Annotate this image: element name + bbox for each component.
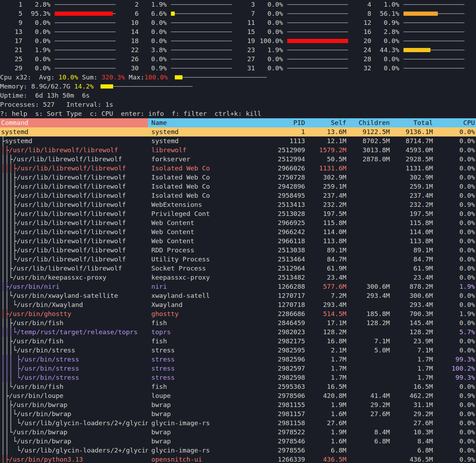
column-header-children[interactable]: Children bbox=[346, 118, 390, 127]
cpu-core-27: 270.0% bbox=[233, 55, 349, 64]
pid-cell: 2966242 bbox=[231, 227, 305, 237]
column-header-cpu[interactable]: CPU bbox=[433, 118, 476, 127]
cpu-percent-cell: 0.0% bbox=[433, 146, 476, 155]
process-row-2982597[interactable]: │││ ├/usr/bin/stressstress29825971.7M1.7… bbox=[0, 364, 476, 373]
self-memory-cell: 1.6M bbox=[305, 409, 346, 419]
total-memory-cell: 31.1M bbox=[390, 400, 433, 409]
children-memory-cell: 5.0M bbox=[346, 346, 390, 355]
total-memory-cell: 1.7M bbox=[390, 355, 433, 364]
cpu-core-bar bbox=[55, 45, 116, 55]
process-row-2978506[interactable]: │├/usr/bin/loupeloupe2978506420.8M41.4M4… bbox=[0, 391, 476, 400]
self-memory-cell: 514.5M bbox=[305, 309, 346, 318]
cpu-core-percent: 0.0% bbox=[139, 18, 167, 27]
process-row-2513464[interactable]: │││└/usr/lib/librewolf/librewolfUtility … bbox=[0, 255, 476, 264]
cpu-core-percent: 0.0% bbox=[371, 36, 399, 45]
cpu-percent-cell: 0.0% bbox=[433, 155, 476, 164]
process-row-1270718[interactable]: ││ └/usr/bin/XwaylandXwayland1270718293.… bbox=[0, 300, 476, 309]
name-cell: Xwayland bbox=[148, 300, 231, 309]
command-cell: │││├/usr/lib/librewolf/librewolf bbox=[0, 227, 148, 237]
self-memory-cell: 420.8M bbox=[305, 391, 346, 400]
column-header-self[interactable]: Self bbox=[305, 118, 346, 127]
tree-branch-lines: │├ bbox=[1, 309, 9, 318]
cpu-percent-cell: 0.0% bbox=[433, 264, 476, 273]
process-row-1113[interactable]: ├systemdsystemd111312.1M8702.5M8714.7M0.… bbox=[0, 136, 476, 146]
process-row-2982023[interactable]: │││└/temp/rust/target/release/toprstoprs… bbox=[0, 328, 476, 337]
self-memory-cell: 232.2M bbox=[305, 200, 346, 209]
process-row-2513482[interactable]: ││└/usr/bin/keepassxc-proxykeepassxc-pro… bbox=[0, 273, 476, 282]
pid-cell: 2978506 bbox=[231, 391, 305, 400]
total-memory-cell: 9136.1M bbox=[390, 127, 433, 136]
cpu-core-bar bbox=[171, 27, 232, 36]
command-text: /usr/bin/fish bbox=[13, 319, 63, 327]
process-row-2982596[interactable]: │││ ├/usr/bin/stressstress29825961.7M1.7… bbox=[0, 355, 476, 364]
self-memory-cell: 1579.2M bbox=[305, 146, 346, 155]
process-row-2966242[interactable]: │││├/usr/lib/librewolf/librewolfWeb Cont… bbox=[0, 227, 476, 237]
process-row-2978546[interactable]: ││ └/usr/bin/bwrapbwrap29785461.6M6.8M8.… bbox=[0, 437, 476, 446]
process-row-2512994[interactable]: ││├/usr/lib/librewolf/librewolfforkserve… bbox=[0, 155, 476, 164]
process-row-2978556[interactable]: ││ └/usr/lib/glycin-loaders/2+/glycingly… bbox=[0, 446, 476, 455]
self-memory-cell: 16.8M bbox=[305, 337, 346, 346]
processes-line: Processes: 527 Interval: 1s bbox=[0, 100, 476, 109]
tree-branch-lines: │││├ bbox=[1, 237, 17, 246]
self-memory-cell: 115.8M bbox=[305, 218, 346, 227]
command-cell: │├/usr/bin/python3.13 bbox=[0, 455, 148, 463]
column-header-name[interactable]: Name bbox=[148, 118, 231, 127]
tree-branch-lines: │││├ bbox=[1, 227, 17, 237]
cpu-percent-cell: 0.0% bbox=[433, 173, 476, 182]
command-text: /usr/bin/ghostty bbox=[9, 310, 71, 317]
command-cell: │││└/usr/bin/stress bbox=[0, 346, 148, 355]
total-memory-cell: 27.6M bbox=[390, 419, 433, 428]
process-row-2982595[interactable]: │││└/usr/bin/stressstress29825952.1M5.0M… bbox=[0, 346, 476, 355]
process-row-2846459[interactable]: ││├/usr/bin/fishfish284645917.1M128.2M14… bbox=[0, 318, 476, 328]
process-row-2958495[interactable]: │││├/usr/lib/librewolf/librewolfIsolated… bbox=[0, 191, 476, 200]
process-row-2982175[interactable]: ││├/usr/bin/fishfish298217516.8M7.1M23.9… bbox=[0, 337, 476, 346]
table-header: Command Name PID Self Children Total CPU bbox=[0, 118, 476, 127]
process-row-2981155[interactable]: ││├/usr/bin/bwrapbwrap29811551.9M29.2M31… bbox=[0, 400, 476, 409]
command-cell: │├/usr/bin/niri bbox=[0, 282, 148, 291]
name-cell: bwrap bbox=[148, 400, 231, 409]
process-row-2513038[interactable]: │││├/usr/lib/librewolf/librewolfRDD Proc… bbox=[0, 246, 476, 255]
process-row-2512909[interactable]: │├/usr/lib/librewolf/librewolflibrewolf2… bbox=[0, 146, 476, 155]
cpu-core-12: 120.9% bbox=[349, 18, 465, 27]
column-header-command[interactable]: Command bbox=[0, 118, 148, 127]
total-memory-cell: 462.2M bbox=[390, 391, 433, 400]
process-row-2966026[interactable]: │││├/usr/lib/librewolf/librewolfIsolated… bbox=[0, 164, 476, 173]
name-cell: glycin-image-rs bbox=[148, 419, 231, 428]
total-memory-cell: 6.8M bbox=[390, 446, 433, 455]
process-row-1[interactable]: systemdsystemd113.6M9122.5M9136.1M0.0% bbox=[0, 127, 476, 136]
process-row-2942896[interactable]: │││├/usr/lib/librewolf/librewolfIsolated… bbox=[0, 182, 476, 191]
process-row-1270717[interactable]: ││└/usr/bin/xwayland-satellitexwayland-s… bbox=[0, 291, 476, 300]
process-row-2512964[interactable]: ││├/usr/lib/librewolf/librewolfSocket Pr… bbox=[0, 264, 476, 273]
process-row-2595363[interactable]: ││└/usr/bin/fishfish259536316.5M16.5M0.0… bbox=[0, 382, 476, 391]
process-row-1266339[interactable]: │├/usr/bin/python3.13opensnitch-ui126633… bbox=[0, 455, 476, 463]
total-memory-cell: 1.7M bbox=[390, 364, 433, 373]
process-row-2981158[interactable]: │││ └/usr/lib/glycin-loaders/2+/glycingl… bbox=[0, 419, 476, 428]
process-row-2750728[interactable]: │││├/usr/lib/librewolf/librewolfIsolated… bbox=[0, 173, 476, 182]
cpu-sum-label: Sum: bbox=[78, 73, 102, 82]
cpu-percent-cell: 0.9% bbox=[433, 391, 476, 400]
process-row-2286686[interactable]: │├/usr/bin/ghosttyghostty2286686514.5M18… bbox=[0, 309, 476, 318]
total-memory-cell: 300.6M bbox=[390, 291, 433, 300]
cpu-core-percent: 0.0% bbox=[22, 55, 50, 64]
command-cell: │├/usr/lib/librewolf/librewolf bbox=[0, 146, 148, 155]
cpu-percent-cell: 0.0% bbox=[433, 127, 476, 136]
process-row-2981157[interactable]: │││└/usr/bin/bwrapbwrap29811571.6M27.6M2… bbox=[0, 409, 476, 419]
process-row-2513413[interactable]: │││├/usr/lib/librewolf/librewolfWebExten… bbox=[0, 200, 476, 209]
process-row-2978522[interactable]: ││└/usr/bin/bwrapbwrap29785221.9M8.4M10.… bbox=[0, 428, 476, 437]
pid-cell: 2513482 bbox=[231, 273, 305, 282]
tree-branch-lines: ││ └ bbox=[1, 437, 17, 446]
process-row-1266288[interactable]: │├/usr/bin/niriniri1266288577.6M300.6M87… bbox=[0, 282, 476, 291]
process-row-2513028[interactable]: │││├/usr/lib/librewolf/librewolfPrivileg… bbox=[0, 209, 476, 218]
cpu-percent-cell: 0.0% bbox=[433, 400, 476, 409]
uptime-label: Uptime: bbox=[0, 91, 35, 100]
process-row-2982598[interactable]: │││ └/usr/bin/stressstress29825981.7M1.7… bbox=[0, 373, 476, 382]
column-header-pid[interactable]: PID bbox=[231, 118, 305, 127]
process-row-2966118[interactable]: │││├/usr/lib/librewolf/librewolfWeb Cont… bbox=[0, 237, 476, 246]
cpu-core-percent: 6.6% bbox=[139, 9, 167, 18]
column-header-total[interactable]: Total bbox=[390, 118, 433, 127]
tree-branch-lines: ││├ bbox=[1, 400, 13, 409]
process-row-2966925[interactable]: │││├/usr/lib/librewolf/librewolfWeb Cont… bbox=[0, 218, 476, 227]
tree-branch-lines: │││└ bbox=[1, 255, 17, 264]
pid-cell: 1113 bbox=[231, 136, 305, 146]
name-cell: bwrap bbox=[148, 428, 231, 437]
